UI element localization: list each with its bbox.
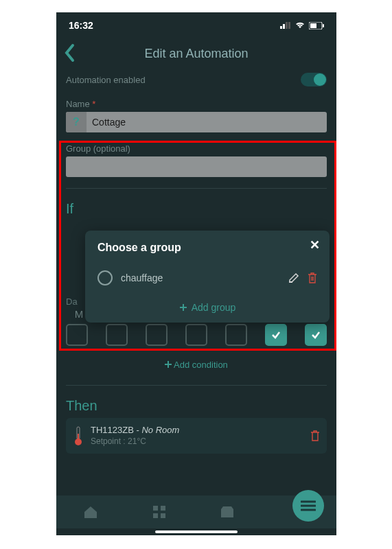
status-icons xyxy=(280,22,324,30)
trash-icon[interactable] xyxy=(310,430,320,441)
then-section-title: Then xyxy=(56,394,336,418)
back-button[interactable] xyxy=(63,43,76,63)
edit-icon[interactable] xyxy=(288,272,299,283)
status-time: 16:32 xyxy=(69,20,93,31)
group-input[interactable] xyxy=(66,156,327,177)
day-checkbox-mon[interactable] xyxy=(66,324,88,346)
svg-rect-10 xyxy=(153,506,158,511)
check-icon xyxy=(310,329,321,340)
automation-enabled-row: Automation enabled xyxy=(56,69,336,91)
then-device-card[interactable]: TH1123ZB - No Room Setpoint : 21°C xyxy=(66,418,327,454)
device-detail: Setpoint : 21°C xyxy=(91,436,303,447)
home-icon[interactable] xyxy=(83,505,98,519)
svg-rect-15 xyxy=(289,281,292,283)
plus-icon xyxy=(165,361,172,368)
group-name: chauffage xyxy=(121,272,163,283)
svg-rect-6 xyxy=(323,24,324,27)
battery-icon xyxy=(309,22,324,30)
choose-group-modal: ✕ Choose a group chauffage Add group xyxy=(85,231,330,323)
menu-icon xyxy=(301,500,316,511)
day-checkbox-sun[interactable] xyxy=(305,324,327,346)
group-label: Group (optional) xyxy=(66,143,327,154)
svg-rect-0 xyxy=(280,26,282,29)
thermometer-icon xyxy=(73,425,84,446)
name-label: Name xyxy=(66,99,90,109)
add-condition-button[interactable]: Add condition xyxy=(56,353,336,377)
modal-title: Choose a group xyxy=(97,242,317,254)
chevron-left-icon xyxy=(63,43,76,63)
day-checkbox-sat[interactable] xyxy=(265,324,287,346)
device-room: No Room xyxy=(141,425,179,435)
required-indicator: * xyxy=(92,99,95,109)
day-checkboxes xyxy=(56,320,336,353)
svg-rect-2 xyxy=(286,22,288,29)
modal-close-button[interactable]: ✕ xyxy=(310,237,320,253)
enabled-label: Automation enabled xyxy=(66,75,146,85)
menu-fab[interactable] xyxy=(292,490,324,522)
day-checkbox-wed[interactable] xyxy=(146,324,168,346)
page-title: Edit an Automation xyxy=(144,47,248,61)
status-bar: 16:32 xyxy=(56,12,336,38)
group-option[interactable]: chauffage xyxy=(97,270,317,285)
svg-rect-13 xyxy=(161,513,165,518)
svg-rect-1 xyxy=(283,24,285,29)
name-input-wrap: ? Cottage xyxy=(66,112,327,132)
trash-icon[interactable] xyxy=(308,272,317,283)
device-name: TH1123ZB - xyxy=(91,425,141,435)
wifi-icon xyxy=(295,22,305,29)
svg-rect-14 xyxy=(221,509,233,517)
day-checkbox-tue[interactable] xyxy=(106,324,128,346)
enabled-toggle[interactable] xyxy=(301,73,327,86)
check-icon xyxy=(270,329,281,340)
svg-rect-3 xyxy=(288,22,290,29)
radio-icon xyxy=(97,270,113,285)
svg-rect-9 xyxy=(78,434,79,441)
name-help-button[interactable]: ? xyxy=(66,112,87,132)
page-header: Edit an Automation xyxy=(56,38,336,69)
svg-rect-12 xyxy=(153,513,158,518)
grid-icon[interactable] xyxy=(152,505,166,519)
cell-signal-icon xyxy=(280,22,291,29)
app-screen: 16:32 Edit an Automation Automation enab… xyxy=(56,12,336,535)
svg-rect-11 xyxy=(161,506,165,511)
plus-icon xyxy=(179,303,187,312)
day-checkbox-thu[interactable] xyxy=(185,324,207,346)
name-input[interactable]: Cottage xyxy=(87,112,327,132)
if-section-title: If xyxy=(56,197,336,221)
home-indicator[interactable] xyxy=(155,530,238,533)
add-group-button[interactable]: Add group xyxy=(97,302,317,313)
day-checkbox-fri[interactable] xyxy=(225,324,247,346)
scenes-icon[interactable] xyxy=(220,505,235,519)
svg-rect-5 xyxy=(310,23,316,28)
